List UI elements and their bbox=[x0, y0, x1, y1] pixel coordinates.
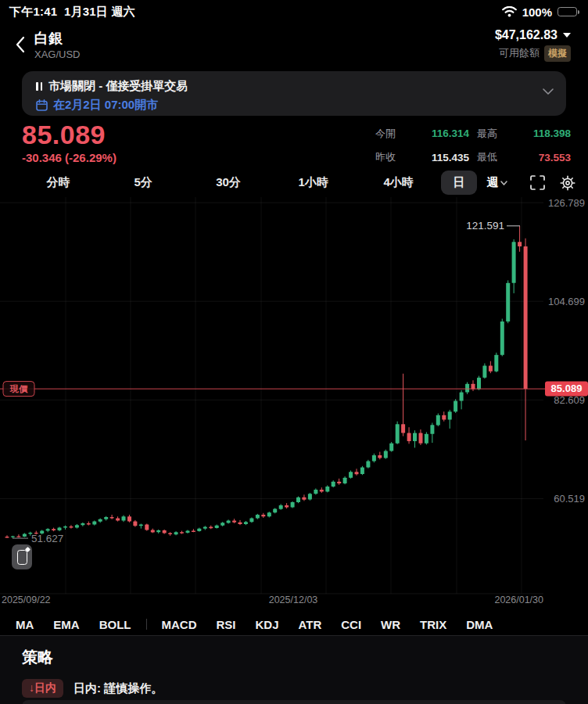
stat-label: 最高 bbox=[477, 127, 497, 141]
indicator-cci[interactable]: CCI bbox=[341, 618, 361, 631]
svg-text:2025/09/22: 2025/09/22 bbox=[2, 594, 51, 605]
status-date: 1月31日 週六 bbox=[64, 5, 135, 18]
svg-text:2026/01/30: 2026/01/30 bbox=[494, 594, 543, 605]
instrument-title: 白銀 bbox=[34, 30, 81, 47]
svg-text:104.699: 104.699 bbox=[548, 296, 585, 307]
demo-account-badge: 模擬 bbox=[544, 45, 571, 62]
status-bar: 下午1:41 1月31日 週六 100% bbox=[0, 0, 588, 22]
market-open-schedule: 在2月2日 07:00開市 bbox=[53, 98, 158, 113]
svg-text:121.591: 121.591 bbox=[466, 220, 504, 232]
last-price: 85.089 bbox=[22, 120, 117, 149]
fullscreen-icon[interactable] bbox=[529, 174, 547, 192]
touch-cursor-icon bbox=[12, 544, 32, 569]
back-button[interactable] bbox=[9, 29, 31, 60]
balance-value: $47,162.83 bbox=[495, 28, 558, 42]
svg-text:60.519: 60.519 bbox=[554, 493, 585, 505]
indicator-macd[interactable]: MACD bbox=[162, 618, 197, 631]
strategy-title: 策略 bbox=[22, 647, 566, 668]
indicator-rsi[interactable]: RSI bbox=[217, 618, 236, 631]
indicator-wr[interactable]: WR bbox=[381, 618, 400, 631]
tab-4小時[interactable]: 4小時 bbox=[356, 171, 441, 195]
indicator-boll[interactable]: BOLL bbox=[99, 618, 131, 631]
timeframe-tabbar: 分時5分30分1小時4小時日週 bbox=[0, 168, 588, 197]
strategy-text: 日内: 謹慎操作。 bbox=[74, 681, 163, 696]
balance-label: 可用餘額 bbox=[499, 46, 540, 60]
tab-1小時[interactable]: 1小時 bbox=[271, 171, 356, 195]
stat-label: 最低 bbox=[477, 150, 497, 164]
strategy-section: 策略 ↓日内 日内: 謹慎操作。 bbox=[0, 635, 588, 704]
stat-value: 118.398 bbox=[505, 128, 571, 139]
stat-label: 今開 bbox=[375, 127, 396, 141]
quote-stats: 今開116.314最高118.398昨收115.435最低73.553 bbox=[375, 120, 571, 166]
tab-30分[interactable]: 30分 bbox=[186, 171, 271, 195]
svg-text:2025/12/03: 2025/12/03 bbox=[269, 594, 318, 605]
indicator-ma[interactable]: MA bbox=[16, 618, 34, 631]
svg-text:126.789: 126.789 bbox=[548, 197, 585, 209]
instrument-symbol: XAG/USD bbox=[34, 48, 81, 60]
tab-5分[interactable]: 5分 bbox=[101, 171, 186, 195]
calendar-icon bbox=[36, 99, 48, 111]
tab-日[interactable]: 日 bbox=[441, 171, 477, 195]
stat-value: 115.435 bbox=[403, 152, 469, 163]
indicator-bar: MAEMABOLLMACDRSIKDJATRCCIWRTRIXDMA bbox=[0, 613, 588, 635]
stat-value: 116.314 bbox=[403, 128, 469, 139]
quote-section: 85.089 -30.346 (-26.29%) 今開116.314最高118.… bbox=[0, 119, 588, 168]
banner-chevron-down-icon[interactable] bbox=[543, 84, 554, 98]
market-closed-banner[interactable]: 市場關閉 - 僅接受掛單交易 在2月2日 07:00開市 bbox=[22, 71, 566, 116]
indicator-trix[interactable]: TRIX bbox=[420, 618, 446, 631]
settings-gear-icon[interactable] bbox=[558, 174, 577, 192]
intraday-down-badge: ↓日内 bbox=[22, 679, 63, 698]
indicator-ema[interactable]: EMA bbox=[53, 618, 79, 631]
tab-week-dropdown[interactable]: 週 bbox=[477, 175, 518, 190]
svg-text:85.089: 85.089 bbox=[551, 383, 583, 394]
market-status-text: 市場關閉 - 僅接受掛單交易 bbox=[48, 79, 188, 94]
stat-label: 昨收 bbox=[375, 150, 396, 164]
status-time: 下午1:41 bbox=[9, 5, 57, 18]
status-time-date: 下午1:41 1月31日 週六 bbox=[9, 5, 135, 20]
candlestick-chart[interactable]: 126.789104.69982.60960.5192025/09/222025… bbox=[0, 197, 588, 613]
indicator-dma[interactable]: DMA bbox=[466, 618, 493, 631]
svg-text:現價: 現價 bbox=[9, 384, 28, 393]
bottom-sheet-handle[interactable] bbox=[22, 700, 566, 704]
svg-text:51.627: 51.627 bbox=[31, 533, 63, 544]
price-change: -30.346 (-26.29%) bbox=[22, 151, 117, 164]
tab-分時[interactable]: 分時 bbox=[16, 171, 101, 195]
balance-dropdown[interactable]: $47,162.83 bbox=[495, 28, 571, 42]
battery-icon bbox=[558, 7, 577, 16]
wifi-icon bbox=[502, 6, 517, 17]
caret-down-icon bbox=[563, 33, 571, 38]
pause-icon bbox=[36, 82, 42, 91]
battery-percent: 100% bbox=[522, 5, 552, 19]
header: 白銀 XAG/USD $47,162.83 可用餘額 模擬 bbox=[0, 22, 588, 67]
indicator-kdj[interactable]: KDJ bbox=[256, 618, 279, 631]
stat-value: 73.553 bbox=[505, 152, 571, 163]
indicator-atr[interactable]: ATR bbox=[299, 618, 322, 631]
